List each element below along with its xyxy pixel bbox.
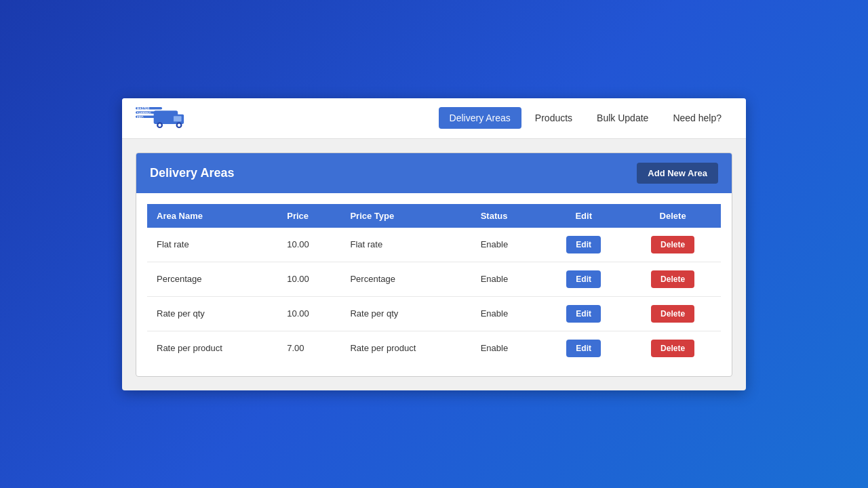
delete-button[interactable]: Delete — [651, 236, 694, 253]
panel: Delivery Areas Add New Area Area Name Pr… — [136, 152, 732, 377]
cell-delete: Delete — [625, 228, 721, 262]
nav-products[interactable]: Products — [524, 107, 583, 129]
cell-price: 10.00 — [277, 296, 340, 331]
cell-status: Enable — [471, 228, 542, 262]
cell-price-type: Rate per product — [340, 331, 471, 365]
col-header-delete: Delete — [625, 204, 721, 228]
cell-price-type: Percentage — [340, 262, 471, 296]
svg-text:PRO: PRO — [137, 116, 144, 119]
cell-price-type: Flat rate — [340, 228, 471, 262]
svg-point-9 — [178, 123, 180, 126]
svg-rect-5 — [174, 116, 182, 121]
col-header-status: Status — [471, 204, 542, 228]
app-container: MASTER SHIPPING PRO Delivery Areas Produ… — [122, 98, 746, 390]
cell-delete: Delete — [625, 262, 721, 296]
cell-edit: Edit — [542, 296, 625, 331]
cell-edit: Edit — [542, 262, 625, 296]
cell-price: 7.00 — [277, 331, 340, 365]
edit-button[interactable]: Edit — [566, 270, 601, 288]
table-header-row: Area Name Price Price Type Status Edit D… — [147, 204, 721, 228]
svg-text:SHIPPING: SHIPPING — [137, 112, 152, 115]
nav-links: Delivery Areas Products Bulk Update Need… — [439, 107, 732, 129]
cell-price: 10.00 — [277, 228, 340, 262]
navbar: MASTER SHIPPING PRO Delivery Areas Produ… — [122, 98, 746, 139]
cell-status: Enable — [471, 331, 542, 365]
cell-edit: Edit — [542, 331, 625, 365]
delete-button[interactable]: Delete — [651, 340, 694, 357]
panel-title: Delivery Areas — [150, 166, 234, 180]
add-new-area-button[interactable]: Add New Area — [637, 163, 718, 184]
delivery-areas-table: Area Name Price Price Type Status Edit D… — [147, 204, 721, 365]
cell-area-name: Flat rate — [147, 228, 277, 262]
table-row: Flat rate 10.00 Flat rate Enable Edit De… — [147, 228, 721, 262]
cell-area-name: Rate per qty — [147, 296, 277, 331]
table-row: Rate per qty 10.00 Rate per qty Enable E… — [147, 296, 721, 331]
main-content: Delivery Areas Add New Area Area Name Pr… — [122, 139, 746, 390]
cell-status: Enable — [471, 262, 542, 296]
edit-button[interactable]: Edit — [566, 236, 601, 253]
col-header-price-type: Price Type — [340, 204, 471, 228]
col-header-edit: Edit — [542, 204, 625, 228]
cell-area-name: Percentage — [147, 262, 277, 296]
panel-header: Delivery Areas Add New Area — [136, 153, 732, 193]
col-header-area-name: Area Name — [147, 204, 277, 228]
table-wrapper: Area Name Price Price Type Status Edit D… — [136, 193, 732, 376]
table-row: Percentage 10.00 Percentage Enable Edit … — [147, 262, 721, 296]
cell-price: 10.00 — [277, 262, 340, 296]
cell-status: Enable — [471, 296, 542, 331]
delete-button[interactable]: Delete — [651, 270, 694, 288]
delete-button[interactable]: Delete — [651, 305, 694, 323]
table-row: Rate per product 7.00 Rate per product E… — [147, 331, 721, 365]
svg-point-7 — [158, 123, 161, 126]
nav-bulk-update[interactable]: Bulk Update — [586, 107, 659, 129]
cell-edit: Edit — [542, 228, 625, 262]
nav-delivery-areas[interactable]: Delivery Areas — [439, 107, 521, 129]
logo: MASTER SHIPPING PRO — [136, 103, 190, 133]
edit-button[interactable]: Edit — [566, 340, 601, 357]
svg-text:MASTER: MASTER — [137, 107, 151, 110]
cell-delete: Delete — [625, 331, 721, 365]
edit-button[interactable]: Edit — [566, 305, 601, 323]
cell-price-type: Rate per qty — [340, 296, 471, 331]
cell-delete: Delete — [625, 296, 721, 331]
cell-area-name: Rate per product — [147, 331, 277, 365]
logo-icon: MASTER SHIPPING PRO — [136, 103, 190, 133]
nav-need-help[interactable]: Need help? — [662, 107, 732, 129]
col-header-price: Price — [277, 204, 340, 228]
